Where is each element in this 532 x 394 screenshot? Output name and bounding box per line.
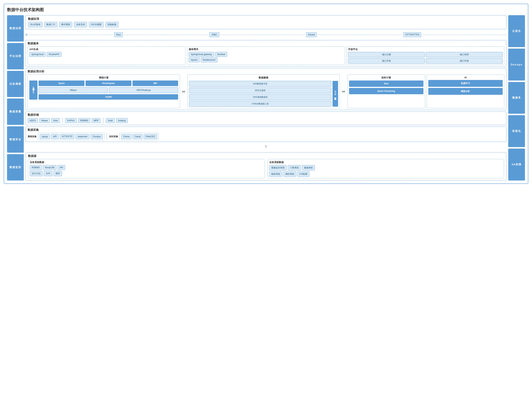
realtime-collect-label: 实时采集 xyxy=(109,135,118,138)
realtime-box: 实时计算 flink Spark Streaming xyxy=(347,74,425,108)
gateway-chip-0: SpringCloud gateway xyxy=(189,52,214,57)
storage-chip-hdfs: HDFS xyxy=(28,118,38,123)
ds-sub2-chip-video: 视频监控系统 xyxy=(269,165,287,171)
right-sidebar: 云原生 Devops 微服务 容器化 4A权限 xyxy=(508,15,525,181)
data-app-section: 数据应用 OLAP报表 数据门户 事件预警 决策支持 GIS专题图 智能检索 xyxy=(26,15,506,29)
offline-chip-mr: MR xyxy=(132,81,178,86)
realtime-collect-sub: 实时采集 xyxy=(109,135,118,138)
realtime-title: 实时计算 xyxy=(349,76,423,79)
ds-sub2-chip-co: CO检测 xyxy=(297,171,309,177)
offline-title: 离线计算 xyxy=(29,76,178,79)
ai-chip-ml: 机器学习 xyxy=(428,80,503,87)
sidebar-item-devops[interactable]: Devops xyxy=(508,49,525,81)
api-line-5 xyxy=(423,35,506,35)
offline-chip-hbase: HBase xyxy=(39,87,108,93)
realtime-chip-flink: flink xyxy=(349,81,423,87)
api-gen-chip-1: RocketAPI xyxy=(47,52,61,57)
collect-chip-seatunnel: seatunnel xyxy=(76,134,89,139)
layout-wrapper: 数据治理 平台治理 任务调度 数据质量 数据安全 数据监控 数据应用 OLAP报… xyxy=(7,15,525,181)
storage-chip-kafka: KAFKA xyxy=(65,118,76,123)
api-line-2 xyxy=(124,35,208,35)
offline-row-1: Spark Hive/impala MR xyxy=(39,81,178,86)
storage-chip-mpp: MPP xyxy=(92,118,101,123)
data-proc-section: 数据处理分析 离线计算 作业调度azkban Spark xyxy=(26,68,506,110)
open-platform-chip-1: 接口管理 xyxy=(426,52,503,57)
modeling-title: 数据建模 xyxy=(189,76,338,79)
service-sub-gateway: 服务网关 SpringCloud gateway Sentinel Hystri… xyxy=(187,46,345,65)
storage-chip-hive: Hive xyxy=(51,118,60,123)
storage-chip-hudi: Hudi xyxy=(106,118,115,123)
data-app-chips: OLAP报表 数据门户 事件预警 决策支持 GIS专题图 智能检索 xyxy=(28,22,504,27)
offline-right: Spark Hive/impala MR HBase HDFS/hadoop Y… xyxy=(39,81,178,100)
collect-chip-flume: Flume xyxy=(121,134,131,139)
api-line-3 xyxy=(221,35,304,35)
api-chip-socket: Socket xyxy=(306,32,317,37)
ds-sub2-title: 业务系统数据 xyxy=(269,161,502,164)
sidebar-item-data-monitoring[interactable]: 数据监控 xyxy=(7,154,24,181)
data-app-chip-2: 事件预警 xyxy=(59,22,72,27)
offline-box: 离线计算 作业调度azkban Spark Hive/impala MR xyxy=(28,74,180,108)
sidebar-item-data-quality[interactable]: 数据质量 xyxy=(7,98,24,125)
modeling-chip-0: ADS数据集市层 xyxy=(189,81,331,87)
bidir-arrow-1: ⇔ xyxy=(181,74,186,108)
sidebar-item-containerization[interactable]: 容器化 xyxy=(508,115,525,147)
sidebar-item-task-scheduling[interactable]: 任务调度 xyxy=(7,71,24,97)
offline-chip-hive: Hive/impala xyxy=(86,81,131,86)
data-service-section: 数据服务 API生成 SpringCloud RocketAPI 服务网关 xyxy=(26,40,506,67)
ds-sub1-chip-file: 文件 xyxy=(44,171,52,176)
datasource-sub-2: 业务系统数据 视频监控系统 门禁系统 烟感系统 能耗系统 梯控系统 CO检测 xyxy=(268,159,504,178)
data-app-chip-4: GIS专题图 xyxy=(89,22,104,27)
offline-collect-sub: 离线采集 xyxy=(28,135,37,138)
gateway-chip-1: Sentinel xyxy=(215,52,227,57)
open-platform-title: 开放平台 xyxy=(348,48,503,51)
ds-sub2-chips: 视频监控系统 门禁系统 烟感系统 能耗系统 梯控系统 CO检测 xyxy=(269,165,502,177)
sidebar-item-microservice[interactable]: 微服务 xyxy=(508,82,525,114)
ds-sub2-chip-energy: 能耗系统 xyxy=(269,171,282,177)
ai-box: AI 机器学习 模型分析 xyxy=(427,74,504,108)
ds-sub2-chip-gate: 门禁系统 xyxy=(288,165,301,171)
gateway-chips: SpringCloud gateway Sentinel xyxy=(189,52,343,57)
modeling-layers: ADS数据集市层 MDS主题层 ODS基础数据层 STAGE数据接入层 xyxy=(189,81,331,107)
modeling-box: 数据建模 ADS数据集市层 MDS主题层 ODS基础数据层 STAGE数据接入层… xyxy=(188,74,339,108)
collect-chip-api: API xyxy=(51,134,59,139)
yarn-bar: YARN xyxy=(39,94,178,100)
offline-left-label: 作业调度azkban xyxy=(29,81,37,100)
collect-chip-sqoop: sqoop xyxy=(40,134,50,139)
data-app-title: 数据应用 xyxy=(28,17,504,21)
ds-sub1-chip-log: 运行日志 xyxy=(30,171,43,176)
collect-divider xyxy=(107,133,107,140)
realtime-chips: flink Spark Streaming xyxy=(349,81,423,94)
ds-sub1-chips: RDBMS Nosql DB API 运行日志 文件 缓存 xyxy=(30,165,263,176)
storage-title: 数据存储 xyxy=(28,113,504,117)
ai-chip-model: 模型分析 xyxy=(428,88,503,95)
ds-sub2-row1: 视频监控系统 门禁系统 烟感系统 xyxy=(269,165,502,171)
modeling-chip-1: MDS主题层 xyxy=(189,88,331,93)
up-arrow: ↑ xyxy=(26,144,506,149)
modeling-inner: ADS数据集市层 MDS主题层 ODS基础数据层 STAGE数据接入层 DIM维… xyxy=(189,81,338,107)
datasource-title: 数据源 xyxy=(28,154,504,158)
offline-chip-spark: Spark xyxy=(39,81,84,86)
sidebar-item-platform-governance[interactable]: 平台治理 xyxy=(7,43,24,69)
storage-divider-2 xyxy=(103,118,103,123)
sidebar-item-cloud-native[interactable]: 云原生 xyxy=(508,15,525,47)
offline-collect-label: 离线采集 xyxy=(28,135,37,138)
sidebar-item-4a-auth[interactable]: 4A权限 xyxy=(508,149,525,181)
collect-chip-http: HTTP/FTP xyxy=(60,134,74,139)
bidir-arrow-2: ⇔ xyxy=(341,74,346,108)
gateway-chip-3: Resilience4J xyxy=(201,57,218,62)
sidebar-item-data-governance[interactable]: 数据治理 xyxy=(7,15,24,41)
offline-grid: 作业调度azkban Spark Hive/impala MR HBase xyxy=(29,81,178,100)
datasource-sub-1: 业务系统数据 RDBMS Nosql DB API 运行日志 文件 缓存 xyxy=(28,159,265,178)
api-gen-chip-0: SpringCloud xyxy=(29,52,46,57)
datasource-section: 数据源 业务系统数据 RDBMS Nosql DB API 运行日志 xyxy=(26,152,506,181)
api-chip-http: HTTP/HTTPS xyxy=(403,32,421,37)
offline-row-2: HBase HDFS/hadoop xyxy=(39,87,178,93)
modeling-chip-2: ODS基础数据层 xyxy=(189,94,331,100)
open-platform-chip-0: 接口注册 xyxy=(348,52,425,57)
data-app-chip-5: 智能检索 xyxy=(105,22,118,27)
storage-chip-rdbms: RDBMS xyxy=(78,118,90,123)
api-chip-rest: Rest xyxy=(114,32,123,37)
sidebar-item-data-security[interactable]: 数据安全 xyxy=(7,126,24,153)
left-sidebar: 数据治理 平台治理 任务调度 数据质量 数据安全 数据监控 xyxy=(7,15,24,181)
gateway-chips-2: Hystrix Resilience4J xyxy=(189,57,343,62)
